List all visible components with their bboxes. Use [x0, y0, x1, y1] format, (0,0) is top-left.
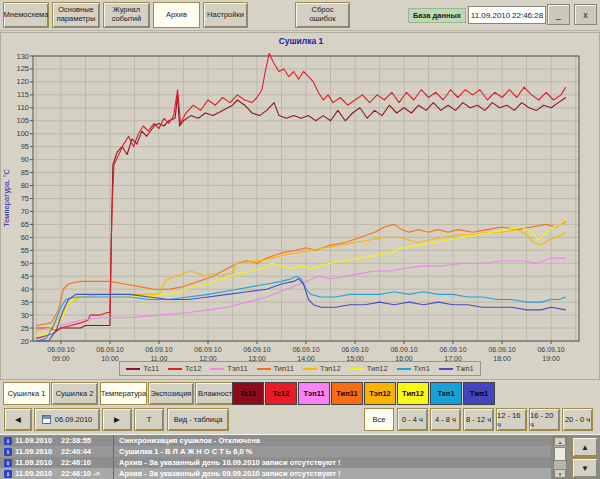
log-message: Архив - За указанный день 09.09.2010 зап… — [119, 469, 341, 478]
svg-text:130: 130 — [16, 52, 29, 61]
next-day-button[interactable]: ▶ — [102, 408, 132, 431]
legend-label: Тс12 — [185, 364, 201, 373]
dryer-tab-1[interactable]: Сушилка 1 — [3, 382, 50, 405]
log-row[interactable]: i11.09.201022:40:44Сушилка 1 - В Л А Ж Н… — [0, 446, 551, 457]
series-toggle-Тип11[interactable]: Тип11 — [331, 382, 363, 405]
svg-text:50: 50 — [21, 259, 29, 268]
toolbar-tab-2[interactable]: Основные параметры — [52, 2, 100, 28]
legend-label: Тэп12 — [320, 364, 341, 373]
temperature-trend-chart: 2025303540455055606570758085909510010511… — [1, 33, 600, 381]
series-toggle-Тс12[interactable]: Тс12 — [265, 382, 297, 405]
mode-tab-Экспозиция[interactable]: Экспозиция — [148, 382, 194, 405]
svg-text:105: 105 — [16, 116, 29, 125]
series-toggle-Тэп11[interactable]: Тэп11 — [298, 382, 330, 405]
toolbar-tab-3[interactable]: Журнал событий — [103, 2, 150, 28]
svg-text:120: 120 — [16, 77, 29, 86]
toolbar-tab-5[interactable]: Настройки — [203, 2, 248, 28]
view-table-button[interactable]: Вид - таблица — [167, 408, 229, 431]
range-button-20-0ч[interactable]: 20 - 0 ч — [562, 408, 593, 431]
svg-text:Сушилка 1: Сушилка 1 — [279, 36, 324, 46]
legend-label: Тэп11 — [227, 364, 247, 373]
log-column-divider — [113, 446, 114, 457]
legend-color-dash — [168, 368, 182, 370]
trend-chart-panel: 2025303540455055606570758085909510010511… — [0, 32, 600, 380]
range-button-0-4ч[interactable]: 0 - 4 ч — [397, 408, 428, 431]
minimize-button[interactable]: _ — [547, 4, 570, 25]
legend-color-dash — [126, 368, 140, 370]
legend-item-Тэп11: Тэп11 — [210, 364, 247, 373]
log-message: Сушилка 1 - В Л А Ж Н О С Т Ь 6,0 % — [119, 447, 253, 456]
date-picker-value: 06.09.2010 — [55, 415, 93, 424]
svg-text:60: 60 — [21, 233, 29, 242]
current-date: 11.09.2010 — [471, 11, 510, 20]
event-log-scrollbar[interactable]: ▴ ▾ — [553, 436, 567, 479]
range-button-12-16ч[interactable]: 12 - 16 ч — [496, 408, 527, 431]
log-date: 11.09.2010 — [15, 458, 61, 467]
dryer-tab-2[interactable]: Сушилка 2 — [51, 382, 98, 405]
svg-text:110: 110 — [17, 103, 29, 112]
svg-text:65: 65 — [21, 220, 29, 229]
series-toggle-Тэп12[interactable]: Тэп12 — [364, 382, 396, 405]
selector-row: Сушилка 1Сушилка 2ТемператураЭкспозицияВ… — [0, 382, 600, 406]
scrollbar-up-icon[interactable]: ▴ — [554, 437, 566, 446]
log-page-down-button[interactable]: ▼ — [572, 458, 598, 478]
series-toggle-Тс11[interactable]: Тс11 — [232, 382, 264, 405]
scrollbar-thumb[interactable] — [554, 447, 566, 461]
range-button-4-8ч[interactable]: 4 - 8 ч — [430, 408, 461, 431]
svg-text:100: 100 — [16, 129, 29, 138]
svg-text:Температура, °С: Температура, °С — [2, 168, 11, 227]
series-toggle-Тхп1[interactable]: Тхп1 — [430, 382, 462, 405]
log-row[interactable]: i11.09.201022:38:55Синхронизация сушилок… — [0, 435, 551, 446]
range-button-8-12ч[interactable]: 8 - 12 ч — [463, 408, 494, 431]
datetime-display: 11.09.2010 22:46:28 — [468, 6, 546, 24]
info-icon: i — [4, 437, 12, 445]
range-button-16-20ч[interactable]: 16 - 20 ч — [529, 408, 560, 431]
log-time: 22:40:44 — [61, 447, 113, 456]
log-date: 11.09.2010 — [15, 436, 61, 445]
legend-item-Тс11: Тс11 — [126, 364, 159, 373]
legend-color-dash — [257, 368, 271, 370]
svg-text:30: 30 — [21, 311, 29, 320]
navigation-row: ◀ 06.09.2010 ▶ Т Вид - таблица Все0 - 4 … — [0, 408, 600, 432]
toolbar-tab-4[interactable]: Архив — [153, 2, 200, 28]
log-message: Архив - За указанный день 10.09.2010 зап… — [119, 458, 341, 467]
svg-text:06.09.10: 06.09.10 — [537, 346, 564, 353]
log-column-divider — [113, 468, 114, 479]
prev-day-button[interactable]: ◀ — [4, 408, 32, 431]
legend-label: Тжп1 — [456, 364, 474, 373]
reset-errors-button[interactable]: Сброс ошибок — [295, 2, 350, 28]
log-page-up-button[interactable]: ▲ — [572, 437, 598, 457]
chart-legend: Тс11Тс12Тэп11Тип11Тэп12Тип12Тхп1Тжп1 — [1, 361, 599, 376]
svg-text:75: 75 — [21, 194, 29, 203]
series-toggle-Тжп1[interactable]: Тжп1 — [463, 382, 495, 405]
legend-item-Тс12: Тс12 — [168, 364, 201, 373]
svg-text:55: 55 — [21, 246, 29, 255]
svg-text:06.09.10: 06.09.10 — [145, 346, 172, 353]
t-button[interactable]: Т — [134, 408, 164, 431]
svg-text:06.09.10: 06.09.10 — [292, 346, 319, 353]
series-toggle-Тип12[interactable]: Тип12 — [397, 382, 429, 405]
range-button-all[interactable]: Все — [364, 408, 394, 431]
svg-text:20: 20 — [21, 337, 29, 346]
legend-item-Тжп1: Тжп1 — [439, 364, 474, 373]
svg-text:06.09.10: 06.09.10 — [194, 346, 221, 353]
svg-text:06.09.10: 06.09.10 — [243, 346, 270, 353]
close-button[interactable]: x — [574, 4, 597, 25]
svg-text:45: 45 — [21, 272, 29, 281]
log-date: 11.09.2010 — [15, 447, 61, 456]
date-picker[interactable]: 06.09.2010 — [34, 408, 100, 431]
log-row[interactable]: i11.09.201022:46:10 ->Архив - За указанн… — [0, 468, 551, 479]
legend-label: Тхп1 — [414, 364, 430, 373]
log-time: 22:38:55 — [61, 436, 113, 445]
svg-text:90: 90 — [21, 155, 29, 164]
legend-color-dash — [439, 368, 453, 370]
svg-text:06.09.10: 06.09.10 — [488, 346, 515, 353]
toolbar-tab-1[interactable]: Мнемосхема — [3, 2, 49, 28]
svg-text:35: 35 — [21, 298, 29, 307]
log-row[interactable]: i11.09.201022:46:10Архив - За указанный … — [0, 457, 551, 468]
event-log: i11.09.201022:38:55Синхронизация сушилок… — [0, 434, 600, 479]
scrollbar-down-icon[interactable]: ▾ — [554, 469, 566, 478]
legend-label: Тип11 — [274, 364, 294, 373]
mode-tab-Температура[interactable]: Температура — [100, 382, 147, 405]
info-icon: i — [4, 448, 12, 456]
